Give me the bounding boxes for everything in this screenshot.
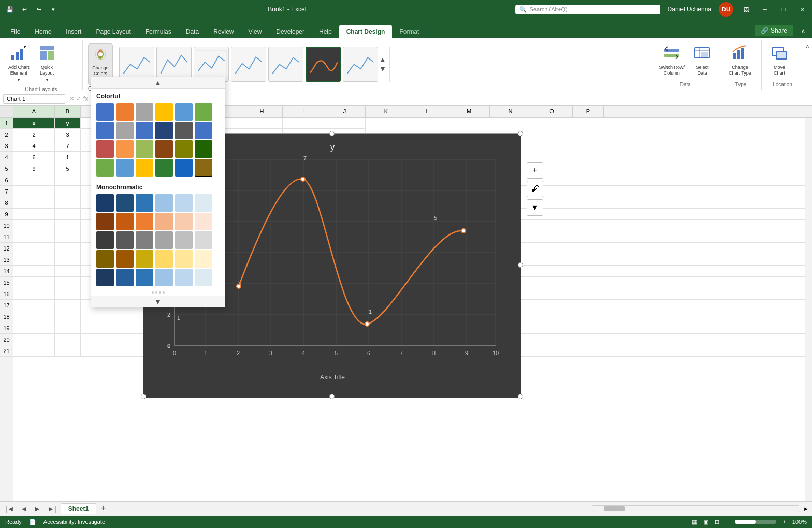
share-button[interactable]: 🔗Share: [755, 25, 793, 36]
cell-a3[interactable]: 4: [13, 140, 55, 152]
swatch-mono-3-3[interactable]: [136, 231, 153, 249]
cell-a19[interactable]: [13, 322, 55, 334]
swatch-colorful-2-6[interactable]: [195, 122, 212, 139]
swatch-colorful-1-1[interactable]: [96, 103, 114, 121]
styles-nav-up[interactable]: ▲: [379, 55, 386, 64]
sheet-nav-next[interactable]: ►: [32, 504, 43, 514]
col-header-n[interactable]: N: [490, 106, 531, 117]
col-header-k[interactable]: K: [366, 106, 407, 117]
swatch-mono-2-1[interactable]: [96, 213, 114, 230]
dropdown-scroll-up[interactable]: ▲: [91, 77, 225, 89]
col-header-o[interactable]: O: [531, 106, 573, 117]
cell-b20[interactable]: [55, 334, 81, 345]
cell-b5[interactable]: 5: [55, 163, 81, 174]
cell-a20[interactable]: [13, 334, 55, 345]
sheet-nav-prev[interactable]: ◄: [19, 504, 30, 514]
cell-b12[interactable]: [55, 243, 81, 254]
cell-a21[interactable]: [13, 345, 55, 357]
cell-b15[interactable]: [55, 277, 81, 288]
redo-icon[interactable]: ↪: [33, 4, 45, 15]
sheet-tab-1[interactable]: Sheet1: [61, 503, 96, 514]
swatch-colorful-2-5[interactable]: [175, 122, 193, 139]
chart-styles-button[interactable]: 🖌: [527, 181, 543, 197]
cell-a10[interactable]: [13, 220, 55, 231]
swatch-mono-1-6[interactable]: [195, 194, 212, 212]
row-num-1[interactable]: 1: [0, 118, 13, 129]
chart-style-6[interactable]: [306, 47, 341, 82]
zoom-in-btn[interactable]: +: [782, 519, 786, 525]
col-header-i[interactable]: I: [283, 106, 324, 117]
cell-b2[interactable]: 3: [55, 129, 81, 140]
handle-bottom[interactable]: [329, 394, 335, 399]
swatch-mono-3-5[interactable]: [175, 231, 193, 249]
cell-a12[interactable]: [13, 243, 55, 254]
row-num-9[interactable]: 9: [0, 209, 13, 220]
row-num-17[interactable]: 17: [0, 300, 13, 311]
cell-a16[interactable]: [13, 288, 55, 300]
swatch-mono-1-5[interactable]: [175, 194, 193, 212]
row-num-8[interactable]: 8: [0, 197, 13, 209]
row-num-18[interactable]: 18: [0, 311, 13, 322]
row-num-15[interactable]: 15: [0, 277, 13, 288]
swatch-mono-4-1[interactable]: [96, 250, 114, 268]
cell-b11[interactable]: [55, 231, 81, 243]
swatch-colorful-1-6[interactable]: [195, 103, 212, 121]
zoom-slider[interactable]: [735, 520, 776, 524]
col-header-a[interactable]: A: [13, 106, 55, 117]
swatch-colorful-3-4[interactable]: [155, 140, 173, 158]
row-num-20[interactable]: 20: [0, 334, 13, 345]
cell-a1[interactable]: x: [13, 118, 55, 129]
row-num-12[interactable]: 12: [0, 243, 13, 254]
maximize-icon[interactable]: □: [778, 4, 789, 15]
tab-home[interactable]: Home: [27, 25, 59, 38]
handle-bottom-left[interactable]: [141, 394, 146, 399]
col-header-l[interactable]: L: [407, 106, 448, 117]
swatch-mono-5-3[interactable]: [136, 269, 153, 286]
quick-layout-button[interactable]: QuickLayout ▾: [35, 42, 60, 84]
handle-right[interactable]: [518, 262, 523, 268]
ribbon-collapse-btn[interactable]: ∧: [798, 25, 809, 36]
cell-a8[interactable]: [13, 197, 55, 209]
cell-a11[interactable]: [13, 231, 55, 243]
swatch-mono-4-2[interactable]: [116, 250, 134, 268]
cell-b1[interactable]: y: [55, 118, 81, 129]
swatch-mono-3-2[interactable]: [116, 231, 134, 249]
row-num-10[interactable]: 10: [0, 220, 13, 231]
swatch-colorful-2-1[interactable]: [96, 122, 114, 139]
swatch-colorful-1-5[interactable]: [175, 103, 193, 121]
handle-top[interactable]: [329, 131, 335, 136]
tab-formulas[interactable]: Formulas: [138, 25, 179, 38]
normal-view-icon[interactable]: ▦: [692, 519, 697, 525]
sheet-nav-last[interactable]: ►|: [45, 504, 59, 514]
swatch-colorful-4-1[interactable]: [96, 159, 114, 177]
move-chart-button[interactable]: MoveChart: [767, 42, 792, 78]
swatch-mono-1-4[interactable]: [155, 194, 173, 212]
swatch-mono-2-2[interactable]: [116, 213, 134, 230]
swatch-mono-5-6[interactable]: [195, 269, 212, 286]
handle-bottom-right[interactable]: [518, 394, 523, 399]
row-num-11[interactable]: 11: [0, 231, 13, 243]
sheet-nav-first[interactable]: |◄: [3, 504, 17, 514]
chart-filters-button[interactable]: ▼: [527, 199, 543, 216]
swatch-colorful-3-1[interactable]: [96, 140, 114, 158]
swatch-colorful-4-4[interactable]: [155, 159, 173, 177]
tab-format[interactable]: Format: [392, 25, 426, 38]
swatch-colorful-2-4[interactable]: [155, 122, 173, 139]
tab-view[interactable]: View: [241, 25, 269, 38]
switch-row-col-button[interactable]: Switch Row/Column: [656, 42, 688, 78]
cell-b3[interactable]: 7: [55, 140, 81, 152]
cell-b21[interactable]: [55, 345, 81, 357]
swatch-mono-5-5[interactable]: [175, 269, 193, 286]
swatch-mono-4-5[interactable]: [175, 250, 193, 268]
row-num-4[interactable]: 4: [0, 152, 13, 163]
page-layout-icon[interactable]: ▣: [703, 519, 708, 525]
row-num-21[interactable]: 21: [0, 345, 13, 357]
chart-style-4[interactable]: [231, 47, 266, 82]
swatch-colorful-4-2[interactable]: [116, 159, 134, 177]
col-header-p[interactable]: P: [573, 106, 604, 117]
tab-chart-design[interactable]: Chart Design: [339, 25, 393, 38]
cell-a14[interactable]: [13, 266, 55, 277]
swatch-colorful-3-6[interactable]: [195, 140, 212, 158]
cell-a15[interactable]: [13, 277, 55, 288]
swatch-mono-1-1[interactable]: [96, 194, 114, 212]
